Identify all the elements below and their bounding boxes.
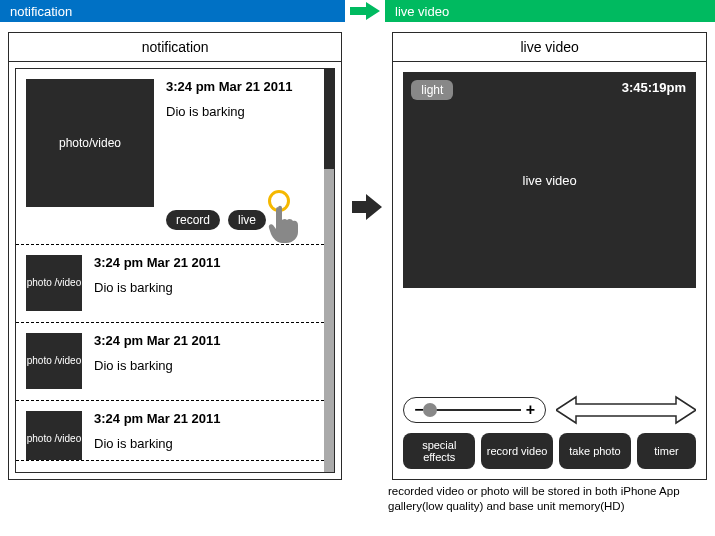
notification-item: photo /video 3:24 pm Mar 21 2011 Dio is … bbox=[16, 245, 334, 323]
notification-thumbnail[interactable]: photo /video bbox=[26, 411, 82, 461]
notification-panel-title: notification bbox=[9, 33, 341, 62]
header-notification: notification bbox=[0, 0, 345, 22]
arrow-right-icon bbox=[352, 192, 382, 222]
take-photo-button[interactable]: take photo bbox=[559, 433, 631, 469]
notification-item: photo /video 3:24 pm Mar 21 2011 Dio is … bbox=[16, 401, 334, 461]
arrow-right-icon bbox=[345, 0, 385, 22]
record-button[interactable]: record bbox=[166, 210, 220, 230]
notification-list: photo/video 3:24 pm Mar 21 2011 Dio is b… bbox=[15, 68, 335, 473]
live-video-label: live video bbox=[523, 173, 577, 188]
plus-icon: + bbox=[526, 401, 535, 419]
notification-message: Dio is barking bbox=[166, 104, 324, 119]
notification-item: photo /video 3:24 pm Mar 21 2011 Dio is … bbox=[16, 323, 334, 401]
zoom-slider[interactable]: − + bbox=[403, 397, 546, 423]
record-video-button[interactable]: record video bbox=[481, 433, 553, 469]
timer-button[interactable]: timer bbox=[637, 433, 696, 469]
live-video-panel: live video light 3:45:19pm live video − … bbox=[392, 32, 707, 480]
notification-thumbnail[interactable]: photo /video bbox=[26, 255, 82, 311]
notification-message: Dio is barking bbox=[94, 436, 324, 451]
notification-time: 3:24 pm Mar 21 2011 bbox=[94, 411, 324, 426]
notification-panel: notification photo/video 3:24 pm Mar 21 … bbox=[8, 32, 342, 480]
notification-thumbnail[interactable]: photo /video bbox=[26, 333, 82, 389]
notification-time: 3:24 pm Mar 21 2011 bbox=[94, 333, 324, 348]
notification-message: Dio is barking bbox=[94, 358, 324, 373]
header-live-video: live video bbox=[385, 0, 715, 22]
live-video-clock: 3:45:19pm bbox=[622, 80, 686, 95]
zoom-knob[interactable] bbox=[423, 403, 437, 417]
notification-time: 3:24 pm Mar 21 2011 bbox=[166, 79, 324, 94]
footnote-text: recorded video or photo will be stored i… bbox=[388, 484, 708, 514]
notification-time: 3:24 pm Mar 21 2011 bbox=[94, 255, 324, 270]
special-effects-button[interactable]: special effects bbox=[403, 433, 475, 469]
live-video-panel-title: live video bbox=[393, 33, 706, 62]
live-button[interactable]: live bbox=[228, 210, 266, 230]
light-button[interactable]: light bbox=[411, 80, 453, 100]
notification-item: photo/video 3:24 pm Mar 21 2011 Dio is b… bbox=[16, 69, 334, 245]
scrollbar-thumb[interactable] bbox=[324, 69, 334, 169]
notification-thumbnail[interactable]: photo/video bbox=[26, 79, 154, 207]
notification-message: Dio is barking bbox=[94, 280, 324, 295]
live-video-viewport: light 3:45:19pm live video bbox=[403, 72, 696, 288]
minus-icon: − bbox=[414, 401, 423, 419]
pan-arrows[interactable] bbox=[556, 395, 696, 425]
scrollbar[interactable] bbox=[324, 69, 334, 472]
